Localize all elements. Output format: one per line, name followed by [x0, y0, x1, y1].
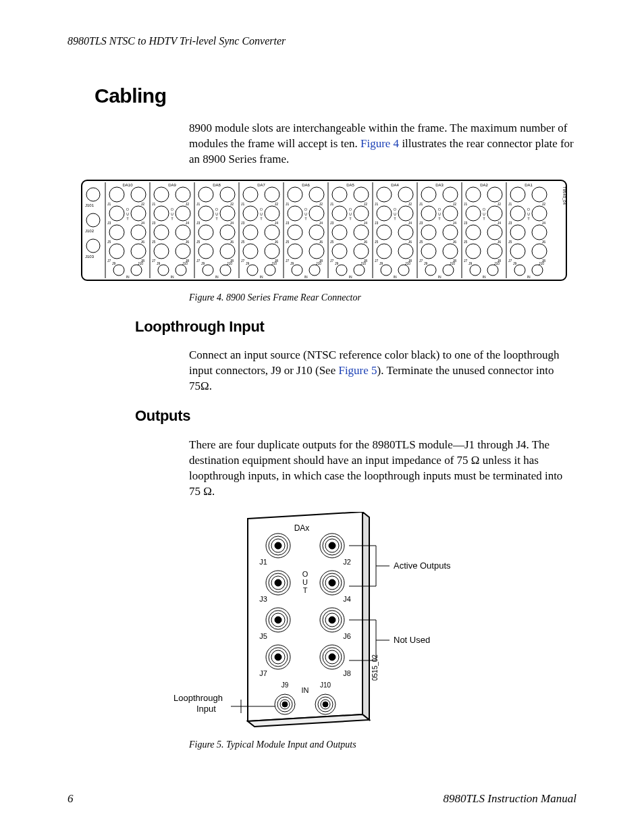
svg-point-184: [381, 265, 392, 276]
svg-point-150: [332, 225, 347, 240]
figure4-svg: T8540_04 J101 J102 J103 DA10J1J2J3J4OUTJ…: [81, 180, 567, 288]
svg-point-52: [176, 244, 190, 259]
link-figure4[interactable]: Figure 4: [360, 137, 399, 150]
svg-point-15: [131, 206, 146, 221]
svg-point-260: [532, 244, 547, 259]
svg-point-56: [176, 265, 186, 276]
svg-text:J4: J4: [319, 221, 323, 225]
svg-text:J4: J4: [186, 221, 190, 225]
svg-text:Loopthrough
          Input: Loopthrough Input: [173, 693, 225, 714]
svg-point-288: [329, 579, 336, 586]
svg-point-232: [466, 244, 481, 259]
svg-point-258: [510, 244, 525, 259]
svg-text:J1: J1: [419, 202, 423, 206]
svg-point-245: [532, 187, 547, 202]
svg-text:T: T: [394, 217, 396, 221]
link-figure5[interactable]: Figure 5: [338, 364, 377, 377]
running-head: 8980TLS NTSC to HDTV Tri-level Sync Conv…: [68, 34, 576, 49]
svg-text:J7: J7: [508, 259, 512, 263]
svg-text:J10: J10: [138, 261, 143, 265]
svg-point-234: [487, 244, 502, 259]
svg-marker-268: [363, 512, 369, 720]
svg-text:U: U: [126, 212, 129, 216]
svg-text:IN: IN: [171, 275, 174, 279]
svg-point-11: [131, 187, 146, 202]
svg-text:J7: J7: [330, 259, 334, 263]
svg-text:J10: J10: [450, 261, 455, 265]
svg-text:J4: J4: [230, 221, 234, 225]
svg-text:J9: J9: [424, 261, 428, 265]
svg-text:J6: J6: [275, 240, 279, 244]
svg-text:J5: J5: [464, 240, 468, 244]
svg-point-318: [323, 702, 328, 707]
svg-point-41: [176, 206, 190, 221]
svg-text:O: O: [215, 207, 218, 211]
svg-point-204: [443, 225, 458, 240]
svg-point-3: [86, 213, 100, 227]
svg-text:J1: J1: [196, 202, 200, 206]
svg-point-65: [198, 206, 213, 221]
svg-text:J1: J1: [330, 202, 334, 206]
svg-text:J2: J2: [141, 202, 145, 206]
svg-text:IN: IN: [260, 275, 263, 279]
svg-text:J3: J3: [107, 221, 111, 225]
heading-outputs: Outputs: [135, 406, 576, 426]
svg-text:O: O: [260, 207, 263, 211]
svg-point-24: [109, 244, 124, 259]
svg-text:J1: J1: [241, 202, 245, 206]
svg-text:DA8: DA8: [213, 183, 221, 187]
figure4-caption: Figure 4. 8900 Series Frame Rear Connect…: [189, 292, 576, 305]
svg-text:J9: J9: [157, 261, 161, 265]
page-number: 6: [68, 791, 74, 807]
svg-text:J10: J10: [494, 261, 500, 265]
svg-text:DA4: DA4: [391, 183, 399, 187]
svg-text:J4: J4: [275, 221, 279, 225]
svg-point-100: [265, 225, 279, 240]
svg-point-264: [532, 265, 543, 276]
svg-text:J3: J3: [419, 221, 423, 225]
svg-text:J3: J3: [375, 221, 379, 225]
svg-point-115: [309, 187, 324, 202]
svg-point-230: [487, 225, 502, 240]
svg-point-180: [377, 244, 392, 259]
svg-point-178: [398, 225, 413, 240]
svg-text:O: O: [126, 207, 129, 211]
svg-text:J2: J2: [364, 202, 368, 206]
svg-point-93: [265, 206, 279, 221]
svg-point-134: [309, 265, 320, 276]
svg-point-102: [243, 244, 258, 259]
svg-point-54: [158, 265, 169, 276]
svg-text:J2: J2: [542, 202, 546, 206]
svg-point-117: [288, 206, 302, 221]
svg-point-217: [466, 187, 481, 202]
svg-point-197: [443, 206, 458, 221]
svg-point-308: [329, 654, 336, 660]
figure5-caption: Figure 5. Typical Module Input and Outpu…: [189, 739, 576, 752]
svg-text:J5: J5: [259, 632, 267, 640]
svg-text:U: U: [215, 212, 218, 216]
svg-text:IN: IN: [527, 275, 531, 279]
svg-text:J1: J1: [107, 202, 111, 206]
svg-text:J1: J1: [286, 202, 290, 206]
svg-point-154: [332, 244, 347, 259]
svg-text:U: U: [302, 578, 308, 586]
svg-text:J7: J7: [107, 259, 111, 263]
svg-text:IN: IN: [304, 275, 308, 279]
svg-text:U: U: [349, 212, 352, 216]
svg-text:U: U: [438, 212, 441, 216]
svg-point-273: [275, 542, 281, 549]
svg-text:Active Outputs: Active Outputs: [394, 561, 451, 571]
svg-text:J10: J10: [360, 261, 366, 265]
svg-text:J2: J2: [343, 558, 351, 566]
svg-point-191: [421, 187, 436, 202]
para-loopthrough: Connect an input source (NTSC reference …: [189, 348, 576, 394]
svg-point-303: [275, 654, 281, 660]
svg-text:J10: J10: [405, 261, 410, 265]
svg-text:J3: J3: [259, 595, 267, 603]
svg-point-293: [275, 617, 281, 623]
svg-text:O: O: [349, 207, 352, 211]
svg-text:J6: J6: [319, 240, 323, 244]
svg-text:J6: J6: [498, 240, 502, 244]
svg-text:J1: J1: [464, 202, 468, 206]
svg-text:U: U: [483, 212, 485, 216]
